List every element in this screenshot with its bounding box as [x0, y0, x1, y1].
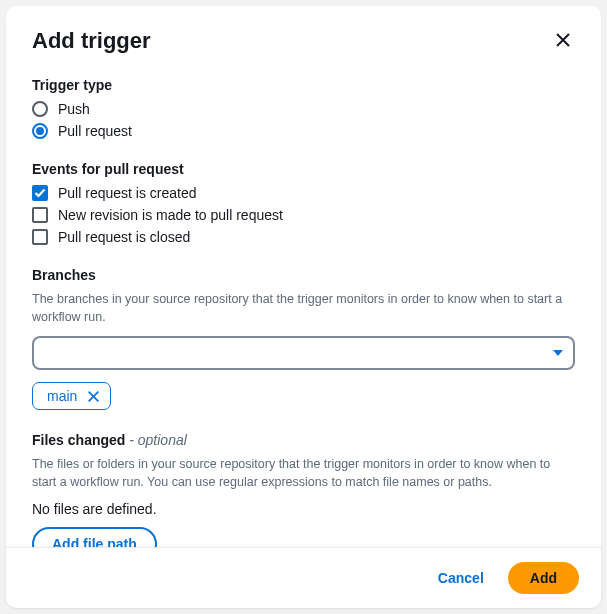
events-label: Events for pull request	[32, 161, 575, 177]
close-icon	[555, 36, 571, 51]
cancel-button[interactable]: Cancel	[432, 562, 490, 594]
radio-push[interactable]: Push	[32, 101, 575, 117]
checkbox-icon	[32, 229, 48, 245]
radio-push-label: Push	[58, 101, 90, 117]
branches-dropdown[interactable]	[32, 336, 575, 370]
no-files-text: No files are defined.	[32, 501, 575, 517]
add-button[interactable]: Add	[508, 562, 579, 594]
checkbox-pr-created-label: Pull request is created	[58, 185, 197, 201]
checkbox-new-revision[interactable]: New revision is made to pull request	[32, 207, 575, 223]
branch-tag-label: main	[47, 388, 77, 404]
branch-tag-main: main	[32, 382, 111, 410]
files-changed-label: Files changed - optional	[32, 432, 575, 448]
files-changed-help-text: The files or folders in your source repo…	[32, 456, 575, 491]
checkbox-icon	[32, 185, 48, 201]
radio-icon	[32, 123, 48, 139]
add-trigger-dialog: Add trigger Trigger type Push Pull reque…	[6, 6, 601, 608]
dialog-title: Add trigger	[32, 28, 151, 54]
branches-help-text: The branches in your source repository t…	[32, 291, 575, 326]
checkbox-new-revision-label: New revision is made to pull request	[58, 207, 283, 223]
files-changed-section: Files changed - optional The files or fo…	[32, 432, 575, 547]
add-file-path-button[interactable]: Add file path	[32, 527, 157, 547]
events-section: Events for pull request Pull request is …	[32, 161, 575, 245]
dialog-body: Add trigger Trigger type Push Pull reque…	[6, 6, 601, 547]
radio-pull-request[interactable]: Pull request	[32, 123, 575, 139]
trigger-type-label: Trigger type	[32, 77, 575, 93]
checkbox-pr-created[interactable]: Pull request is created	[32, 185, 575, 201]
dialog-header: Add trigger	[32, 28, 575, 55]
optional-suffix: - optional	[125, 432, 186, 448]
close-button[interactable]	[551, 28, 575, 55]
checkbox-icon	[32, 207, 48, 223]
trigger-type-section: Trigger type Push Pull request	[32, 77, 575, 139]
checkbox-pr-closed[interactable]: Pull request is closed	[32, 229, 575, 245]
radio-icon	[32, 101, 48, 117]
chevron-down-icon	[553, 350, 563, 356]
files-changed-label-text: Files changed	[32, 432, 125, 448]
radio-pull-request-label: Pull request	[58, 123, 132, 139]
branches-label: Branches	[32, 267, 575, 283]
dialog-footer: Cancel Add	[6, 547, 601, 608]
branches-section: Branches The branches in your source rep…	[32, 267, 575, 410]
checkbox-pr-closed-label: Pull request is closed	[58, 229, 190, 245]
remove-tag-button[interactable]	[87, 390, 100, 403]
